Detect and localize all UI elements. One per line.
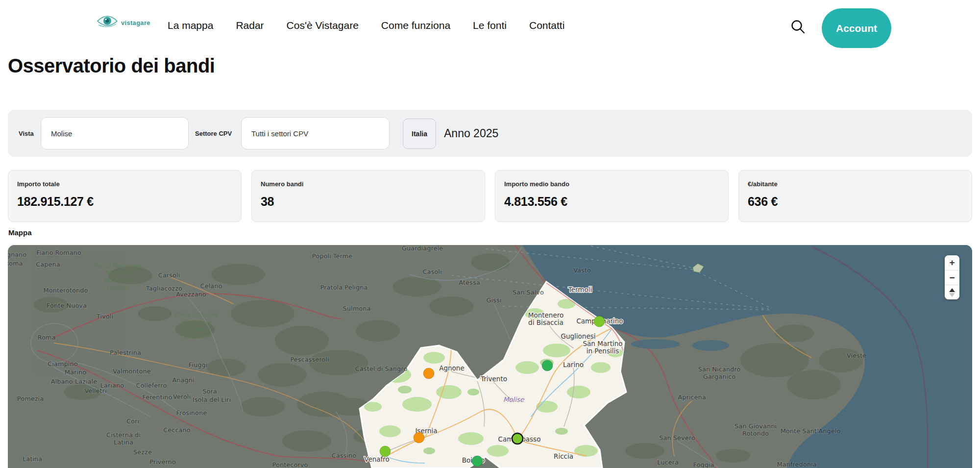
- stat-card: €/abitante636 €: [738, 170, 972, 222]
- page: vistagare La mappaRadarCos'è VistagareCo…: [0, 0, 980, 468]
- page-title: Osservatorio dei bandi: [8, 55, 215, 77]
- stats-row: Importo totale182.915.127 €Numero bandi3…: [8, 170, 972, 222]
- map-place-label: Pomezia: [17, 395, 44, 402]
- map-place-label: Larino: [563, 361, 584, 369]
- map-place-label: Riccia: [554, 452, 573, 460]
- map-place-label: Isola del Liri: [193, 396, 231, 403]
- map-place-label: Marino: [65, 369, 86, 376]
- map-place-label: Frosinone: [176, 409, 207, 417]
- stat-card: Importo medio bando4.813.556 €: [495, 170, 729, 222]
- map-place-label: Ciampino: [48, 360, 77, 368]
- stat-label: Importo medio bando: [504, 180, 719, 188]
- map-place-label: Fiuggi: [189, 361, 208, 369]
- nav-item-contatti[interactable]: Contatti: [529, 20, 564, 31]
- map-place-label: Fonte Nuova: [47, 302, 87, 309]
- map-place-label: Pescasseroli: [290, 356, 329, 363]
- map-place-label: Avezzano: [176, 291, 206, 298]
- map-place-label: San Martinoin Pensilis: [583, 340, 622, 355]
- map-place-label: Anagni: [172, 376, 194, 384]
- stat-card: Numero bandi38: [251, 170, 485, 222]
- anno-selector[interactable]: Anno 2025: [444, 110, 498, 157]
- vista-input[interactable]: Molise: [41, 117, 189, 149]
- settore-cpv-input[interactable]: Tutti i settori CPV: [241, 117, 390, 149]
- map-place-label: Popoli Terme: [312, 252, 352, 260]
- nav-item-cos-vistagare[interactable]: Cos'è Vistagare: [287, 20, 359, 31]
- stat-value: 182.915.127 €: [17, 195, 232, 209]
- account-button[interactable]: Account: [822, 8, 891, 48]
- map-marker[interactable]: [380, 446, 391, 457]
- pitch-down-icon: [949, 293, 955, 297]
- map-place-label: Molise: [503, 395, 525, 403]
- map-place-label: Cori: [126, 418, 139, 425]
- map-marker[interactable]: [512, 433, 523, 444]
- map-place-label: Capena: [36, 261, 60, 268]
- filter-bar: Vista Molise Settore CPV Tutti i settori…: [8, 110, 972, 157]
- map-place-label: San Severo: [659, 434, 695, 442]
- map-place-label: Velletri: [84, 387, 106, 394]
- map-place-label: Latina: [23, 455, 42, 463]
- nav-item-le-fonti[interactable]: Le fonti: [473, 20, 507, 31]
- map-place-label: Vasto: [573, 267, 591, 274]
- logo-brand-text: vistagare: [121, 19, 150, 26]
- map-place-label: Roma: [8, 260, 23, 267]
- map-place-label: Agnone: [439, 364, 464, 372]
- map-place-label: Tivoli: [96, 313, 113, 320]
- map-place-label: Veroli: [173, 393, 191, 400]
- map-place-label: Trivento: [480, 375, 507, 383]
- search-icon[interactable]: [790, 19, 807, 35]
- vistagare-eye-icon: [96, 14, 119, 31]
- map-place-label: Roma: [37, 334, 55, 341]
- map-place-label: Cassino: [332, 452, 356, 459]
- pitch-up-icon: [949, 288, 955, 292]
- map-place-label: Carsoli: [158, 271, 180, 279]
- map-place-label: Guardiagrele: [402, 245, 443, 252]
- map-place-label: San NicandroGarganico: [698, 366, 741, 380]
- zoom-out-button[interactable]: −: [945, 270, 959, 285]
- nav-item-la-mappa[interactable]: La mappa: [168, 20, 213, 31]
- stat-value: 636 €: [748, 195, 963, 209]
- map-marker[interactable]: [542, 360, 553, 371]
- stat-value: 38: [261, 195, 476, 209]
- map-marker[interactable]: [594, 316, 605, 327]
- zoom-in-button[interactable]: +: [945, 255, 959, 270]
- map-place-label: Pontecorvo: [272, 461, 308, 468]
- map-canvas[interactable]: agnanoRomaFiano RomanoCapenaMonterotondo…: [8, 245, 972, 468]
- italia-button[interactable]: Italia: [403, 119, 436, 149]
- nav-item-radar[interactable]: Radar: [236, 20, 264, 31]
- map-controls: + −: [945, 255, 959, 299]
- map-place-label: Pratola Peligna: [320, 284, 368, 291]
- settore-cpv-label: Settore CPV: [195, 130, 232, 137]
- map-place-label: Priverno: [149, 458, 176, 466]
- map-place-label: Castel di Sangro: [355, 365, 407, 372]
- map-place-label: Sulmona: [343, 305, 371, 312]
- map-place-label: Montenerodi Bisaccia: [528, 311, 564, 326]
- map-place-label: Guglionesi: [561, 332, 596, 340]
- map-place-label: Ferentino: [143, 394, 172, 401]
- map-place-label: Sora: [202, 388, 217, 395]
- map-place-label: Palestrina: [110, 349, 141, 356]
- stat-value: 4.813.556 €: [504, 195, 719, 209]
- map-place-label: Atessa: [459, 279, 480, 286]
- map-place-label: Monte Sant'Angelo: [781, 427, 841, 435]
- nav-item-come-funziona[interactable]: Come funziona: [381, 20, 450, 31]
- map-section-label: Mappa: [8, 228, 32, 237]
- map-place-label: Fiano Romano: [36, 249, 81, 256]
- map-place-label: agnano: [8, 251, 26, 258]
- vista-label: Vista: [19, 130, 34, 137]
- map-place-label: Vieste: [847, 352, 866, 359]
- header: vistagare La mappaRadarCos'è VistagareCo…: [0, 0, 980, 51]
- map-place-label: Monterotondo: [43, 287, 88, 294]
- map-place-label: Albano Laziale: [51, 378, 97, 385]
- map-place-label: Casoli: [423, 268, 442, 275]
- logo[interactable]: vistagare: [96, 14, 150, 31]
- map-marker[interactable]: [472, 456, 483, 467]
- map-place-label: Lucera: [657, 459, 679, 466]
- main-nav: La mappaRadarCos'è VistagareCome funzion…: [168, 0, 564, 51]
- compass-button[interactable]: [945, 285, 959, 299]
- map-place-label: Sezze: [133, 448, 152, 456]
- map-place-label: Colleferro: [136, 382, 167, 389]
- map-place-label: Ceccano: [163, 426, 191, 434]
- map-marker[interactable]: [414, 432, 424, 443]
- map-place-label: Apricena: [678, 394, 706, 401]
- map-marker[interactable]: [423, 368, 434, 379]
